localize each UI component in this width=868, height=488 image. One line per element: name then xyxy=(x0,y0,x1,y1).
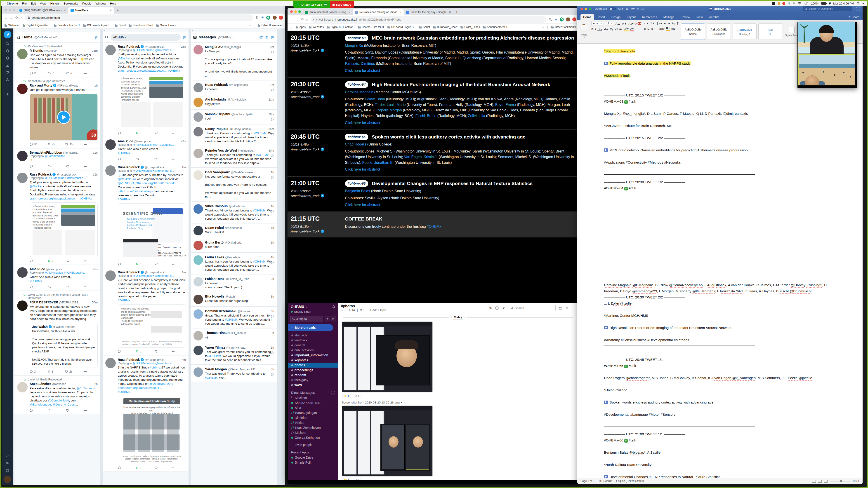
add-reaction-button[interactable]: ☺+ xyxy=(352,394,362,398)
handle[interactable]: @russpoldrack xyxy=(145,166,164,169)
avatar[interactable] xyxy=(17,49,28,59)
bookmark[interactable]: Swim_Lanes xyxy=(460,26,480,29)
likes-heart-icon[interactable] xyxy=(5,70,9,74)
entry-row[interactable]: Co-authors: Jones, Michael S. (Washingto… xyxy=(345,149,578,165)
display-name[interactable]: F0RM DESTR0YER xyxy=(30,300,58,304)
sort-icon[interactable]: A↓ xyxy=(672,22,675,25)
font-size-select[interactable]: 11▾ xyxy=(604,21,614,26)
profile-avatar[interactable] xyxy=(273,15,277,20)
bookmark[interactable]: DS board - Agile B... xyxy=(83,24,112,27)
align-left-icon[interactable]: ≡ xyxy=(644,27,646,31)
retweet-button[interactable] xyxy=(136,157,141,161)
dm-item[interactable]: Slackbot xyxy=(288,395,338,400)
tweet-media[interactable]: 30 xyxy=(30,94,98,140)
forward-icon[interactable]: → xyxy=(10,16,13,20)
menu-item[interactable]: People xyxy=(82,2,91,5)
align-center-icon[interactable]: ≍ xyxy=(647,27,650,31)
like-button[interactable] xyxy=(66,164,70,168)
tab-ohbmx[interactable]: (187) OHBMX (@OHBMequino✕ xyxy=(17,7,68,13)
page-indicator[interactable]: Page 3 of 9 xyxy=(581,480,594,483)
avatar[interactable] xyxy=(193,204,203,214)
avatar[interactable] xyxy=(105,165,116,176)
ribbon-tab[interactable]: Design xyxy=(609,14,623,20)
avatar[interactable] xyxy=(105,358,116,368)
direct-message[interactable]: Aki Nikolaidis @AkiNikolaidis 21m ευχαρι… xyxy=(191,95,277,109)
line-spacing-icon[interactable]: ⇕≡▾ xyxy=(659,27,664,31)
like-button[interactable] xyxy=(155,350,159,353)
multilevel-icon[interactable]: ⋮≡▾ xyxy=(656,22,662,25)
volume-icon[interactable]: ◁)) xyxy=(804,2,808,5)
timestamp[interactable]: 25s xyxy=(181,45,186,48)
bookmark[interactable]: Announcement T... xyxy=(483,26,509,29)
menu-item[interactable]: File xyxy=(22,2,27,5)
direct-message[interactable]: Noam Peled @pelednoam 1h Sure! Thanks! xyxy=(191,224,277,238)
ribbon-tab[interactable]: View xyxy=(694,14,706,20)
filter-check-icon[interactable] xyxy=(265,35,269,39)
web-layout-view-icon[interactable] xyxy=(818,480,822,483)
shared-screenshot-2[interactable] xyxy=(342,405,433,477)
more-button[interactable]: ••• xyxy=(84,409,88,412)
tab-schedule[interactable]: Neuroscience making an impac✕ xyxy=(353,9,404,15)
timezone-icon[interactable]: * xyxy=(321,230,324,233)
font-color-icon[interactable]: A▾ xyxy=(630,27,633,31)
notifications-bell-icon[interactable] xyxy=(332,305,336,309)
print-layout-view-icon[interactable] xyxy=(812,480,816,483)
reaction-star[interactable]: 1 xyxy=(342,394,351,398)
more-button[interactable]: ••• xyxy=(84,143,88,146)
retweet-button[interactable] xyxy=(48,285,53,289)
direct-message[interactable]: Dominik Krzemiński @dokatox 3h Great! Th… xyxy=(191,307,277,328)
timestamp[interactable]: 2h xyxy=(94,382,98,386)
tweet[interactable]: Javier M. Buldú Retweeted Anxo Sánchez ✓ xyxy=(14,376,100,414)
tweet[interactable]: Russ Poldrack ✓ @russpoldrack 4m Replyin… xyxy=(103,356,188,472)
like-button[interactable]: 6 xyxy=(66,71,72,75)
menu-item[interactable]: View xyxy=(40,2,46,5)
new-message-icon[interactable] xyxy=(259,35,263,39)
call-phone-icon[interactable]: ✆ xyxy=(489,306,492,310)
feedback-smiley-icon[interactable] xyxy=(856,6,860,11)
bookmark[interactable]: Sprint xyxy=(419,26,430,29)
display-name[interactable]: Anxo Sánchez xyxy=(30,382,51,386)
date-divider[interactable]: Today xyxy=(452,315,465,320)
starred-icon[interactable]: ☆ xyxy=(565,306,568,310)
reply-button[interactable] xyxy=(118,262,122,266)
column-header[interactable]: Messages @OHBMe... xyxy=(191,32,277,43)
style-chip[interactable]: AaBbCcDcHeading 1 xyxy=(733,24,756,40)
bookmarks-overflow[interactable]: » xyxy=(542,26,544,29)
tweet-media[interactable]: software environment, code and data, tha… xyxy=(30,202,98,257)
spotlight-icon[interactable] xyxy=(857,2,860,5)
tweet[interactable]: Russ Poldrack ✓ @russpoldrack 25s Replyi… xyxy=(103,43,188,137)
retweet-button[interactable] xyxy=(48,164,53,168)
align-right-icon[interactable]: ≡ xyxy=(651,27,653,31)
menu-item[interactable]: History xyxy=(50,2,59,5)
reply-button[interactable] xyxy=(30,285,34,289)
tab-tweetdeck[interactable]: TweetDeck✕ xyxy=(68,7,114,13)
tab-plans-doc[interactable]: Plans for the big day - Google✕ xyxy=(404,9,453,15)
focus-view-icon[interactable] xyxy=(824,480,828,483)
new-tab-button[interactable]: + xyxy=(116,8,119,13)
more-button[interactable]: ••• xyxy=(172,466,176,469)
tweet[interactable]: BernadetteFitzgibbon ✓ @b_fitzgib... 12s… xyxy=(14,149,100,170)
reply-bubble-icon[interactable] xyxy=(271,118,274,122)
collapse-icon[interactable] xyxy=(5,454,9,458)
direct-message[interactable]: Laura Lewis @lauradata 1h Laura, thank y… xyxy=(191,253,277,274)
display-name[interactable]: Rick and Morty xyxy=(30,84,52,87)
tweet-media[interactable]: SCIENTIFIC DATA fMRI data of mixed gambl… xyxy=(118,203,186,260)
timestamp[interactable]: 4m xyxy=(182,358,186,361)
like-button[interactable] xyxy=(154,157,158,161)
more-button[interactable]: ••• xyxy=(84,285,88,289)
save-icon[interactable]: 🖫 xyxy=(626,7,629,10)
avatar[interactable] xyxy=(193,295,203,304)
display-name[interactable]: Russ Poldrack xyxy=(118,270,140,274)
reply-bubble-icon[interactable] xyxy=(271,351,274,355)
reply-handles[interactable]: @OHBMequinoX @rotembot a... xyxy=(44,176,86,180)
retweet-button[interactable]: 1 xyxy=(135,350,142,353)
zoom-slider[interactable] xyxy=(830,481,850,482)
reply-bubble-icon[interactable] xyxy=(271,154,274,158)
more-button[interactable]: ••• xyxy=(84,259,88,263)
avatar[interactable] xyxy=(193,346,203,355)
tweet[interactable]: Sebastian Sauppe Retweeted Rick and Mort… xyxy=(14,77,100,148)
home-icon[interactable]: ⌂ xyxy=(21,16,23,20)
dm-header[interactable]: Direct Messages+ xyxy=(291,391,335,394)
avatar[interactable] xyxy=(193,255,203,265)
info-icon[interactable]: i xyxy=(495,306,499,310)
